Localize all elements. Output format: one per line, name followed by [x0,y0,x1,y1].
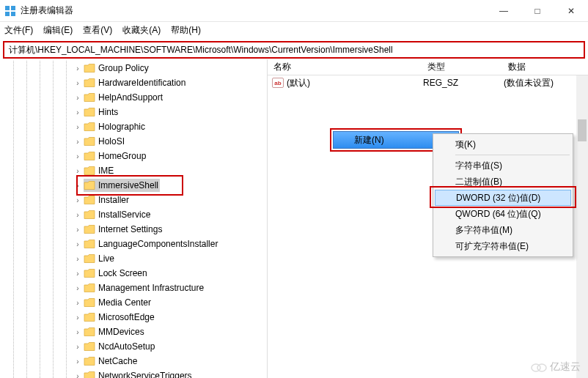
tree-node-lock-screen[interactable]: ›Lock Screen [0,266,267,281]
watermark: 亿速云 [531,360,581,374]
tree-node-internet-settings[interactable]: ›Internet Settings [0,222,267,237]
column-header-type[interactable]: 类型 [422,61,502,73]
expand-chevron-icon[interactable]: › [73,211,82,219]
tree-guides [0,193,73,207]
expand-chevron-icon[interactable]: › [73,94,82,102]
expand-chevron-icon[interactable]: › [73,64,82,73]
tree-node-ncdautosetup[interactable]: ›NcdAutoSetup [0,339,267,354]
expand-chevron-icon[interactable]: › [73,123,82,131]
context-menu-expandstring[interactable]: 可扩充字符串值(E) [435,238,571,254]
tree-node-networkservicetriggers[interactable]: ›NetworkServiceTriggers [0,368,267,378]
expand-chevron-icon[interactable]: › [73,152,82,160]
expand-chevron-icon[interactable]: › [73,328,82,336]
menu-edit[interactable]: 编辑(E) [43,24,73,37]
tree-node-holographic[interactable]: ›Holographic [0,119,267,134]
context-menu-multistring[interactable]: 多字符串值(M) [435,222,571,238]
tree-node-live[interactable]: ›Live [0,251,267,266]
context-submenu: 项(K) 字符串值(S) 二进制值(B) DWORD (32 位)值(D) QW… [433,133,573,257]
addressbar-highlight: 计算机\HKEY_LOCAL_MACHINE\SOFTWARE\Microsof… [3,41,585,59]
expand-chevron-icon[interactable]: › [73,343,82,351]
expand-chevron-icon[interactable]: › [73,284,82,292]
context-menu-dword[interactable]: DWORD (32 位)值(D) [435,190,571,206]
tree-guides [0,90,73,105]
expand-chevron-icon[interactable]: › [73,372,82,379]
app-icon [4,5,16,17]
column-header-data[interactable]: 数据 [502,61,588,73]
expand-chevron-icon[interactable]: › [73,138,82,146]
menu-favorites[interactable]: 收藏夹(A) [122,24,161,37]
folder-icon [84,107,95,117]
tree-node-label: Lock Screen [98,268,147,278]
tree-node-label: HoloSI [98,136,125,147]
tree-node-immersiveshell[interactable]: ›ImmersiveShell [0,178,267,193]
expand-chevron-icon[interactable]: › [73,270,82,278]
tree-guides [0,325,73,339]
tree-node-label: Installer [98,195,129,205]
context-menu-new-label: 新建(N) [354,134,384,147]
folder-icon [84,371,95,378]
tree-node-installservice[interactable]: ›InstallService [0,207,267,222]
value-type: REG_SZ [423,78,504,88]
tree-node-label: Internet Settings [98,224,162,234]
expand-chevron-icon[interactable]: › [73,255,82,263]
list-row[interactable]: ab (默认) REG_SZ (数值未设置) [268,75,588,90]
window-title: 注册表编辑器 [21,4,487,17]
tree-guides [0,61,73,75]
tree-guides [0,281,73,295]
tree-node-ime[interactable]: ›IME [0,163,267,178]
tree-node-netcache[interactable]: ›NetCache [0,354,267,368]
folder-icon [84,327,95,337]
tree-pane[interactable]: ›Group Policy›HardwareIdentification›Hel… [0,59,268,378]
context-menu-qword[interactable]: QWORD (64 位)值(Q) [435,206,571,222]
expand-chevron-icon[interactable]: › [73,314,82,322]
tree-node-installer[interactable]: ›Installer [0,193,267,207]
expand-chevron-icon[interactable]: › [73,357,82,366]
expand-chevron-icon[interactable]: › [73,108,82,116]
tree-guides [0,368,73,378]
folder-icon [84,224,95,234]
column-header-name[interactable]: 名称 [268,61,422,73]
context-menu-binary[interactable]: 二进制值(B) [435,174,571,190]
tree-guides [0,339,73,354]
tree-node-label: Media Center [98,297,151,308]
menu-view[interactable]: 查看(V) [83,24,112,37]
tree-node-management-infrastructure[interactable]: ›Management Infrastructure [0,281,267,295]
tree-node-helpandsupport[interactable]: ›HelpAndSupport [0,90,267,105]
scroll-thumb[interactable] [578,119,587,141]
tree-node-group-policy[interactable]: ›Group Policy [0,61,267,75]
expand-chevron-icon[interactable]: › [73,182,82,190]
tree-node-homegroup[interactable]: ›HomeGroup [0,149,267,163]
folder-icon [84,63,95,73]
expand-chevron-icon[interactable]: › [73,240,82,248]
tree-guides [0,75,73,90]
tree-node-hints[interactable]: ›Hints [0,105,267,119]
maximize-button[interactable]: □ [521,0,554,22]
tree-node-media-center[interactable]: ›Media Center [0,295,267,310]
expand-chevron-icon[interactable]: › [73,226,82,234]
tree-guides [0,119,73,134]
close-button[interactable]: ✕ [554,0,588,22]
context-menu-key[interactable]: 项(K) [435,136,571,152]
address-path[interactable]: 计算机\HKEY_LOCAL_MACHINE\SOFTWARE\Microsof… [9,44,393,56]
tree-guides [0,134,73,149]
folder-icon [84,122,95,132]
svg-point-5 [537,364,546,371]
tree-guides [0,149,73,163]
tree-node-microsoftedge[interactable]: ›MicrosoftEdge [0,310,267,325]
tree-node-languagecomponentsinstaller[interactable]: ›LanguageComponentsInstaller [0,237,267,251]
context-menu-string[interactable]: 字符串值(S) [435,158,571,174]
expand-chevron-icon[interactable]: › [73,167,82,175]
minimize-button[interactable]: — [487,0,521,22]
tree-node-holosi[interactable]: ›HoloSI [0,134,267,149]
scrollbar[interactable] [576,75,588,378]
tree-guides [0,354,73,368]
tree-node-label: ImmersiveShell [98,180,158,190]
expand-chevron-icon[interactable]: › [73,196,82,204]
tree-node-mmdevices[interactable]: ›MMDevices [0,325,267,339]
folder-icon [84,166,95,176]
menu-help[interactable]: 帮助(H) [171,24,201,37]
expand-chevron-icon[interactable]: › [73,299,82,307]
tree-node-hardwareidentification[interactable]: ›HardwareIdentification [0,75,267,90]
expand-chevron-icon[interactable]: › [73,79,82,87]
menu-file[interactable]: 文件(F) [4,24,33,37]
